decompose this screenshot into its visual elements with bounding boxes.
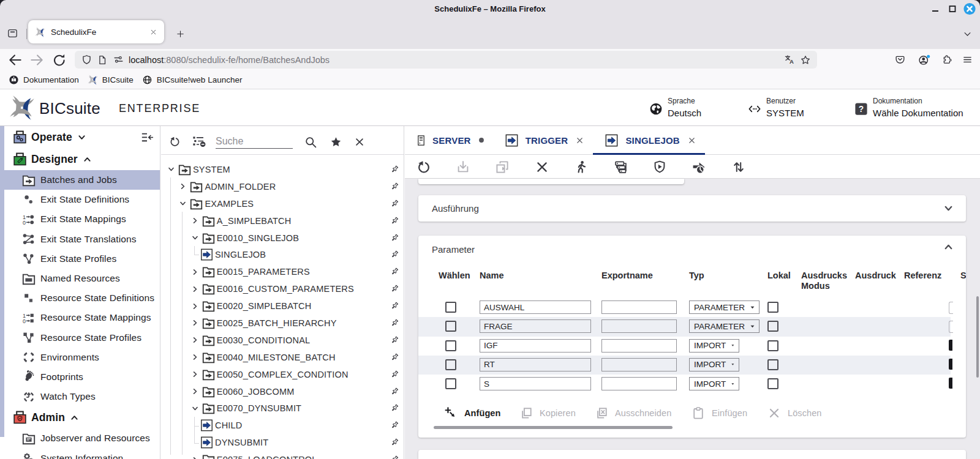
tree-node[interactable]: E0020_SIMPLEBATCH [161,297,404,315]
list-all-tabs-button[interactable] [959,26,975,42]
sidebar-collapse-icon[interactable] [140,132,154,144]
chevron-right-icon[interactable] [192,457,198,459]
typ-select[interactable]: IMPORT [689,377,739,390]
editor-tab-server[interactable]: SERVER [405,126,493,154]
name-input[interactable]: S [480,377,591,390]
account-icon[interactable] [916,52,932,68]
typ-select[interactable]: PARAMETER [689,300,760,314]
chevron-right-icon[interactable] [192,319,198,326]
new-tab-button[interactable] [172,26,188,42]
tracking-shield-icon[interactable] [78,52,94,68]
tab-close-icon[interactable] [146,24,160,39]
tree-node[interactable]: E0025_BATCH_HIERARCHY [161,315,404,332]
tab-close-icon[interactable] [575,136,584,145]
reload-button[interactable] [51,52,67,68]
favorites-star-icon[interactable] [330,136,342,148]
sidebar-item-resource-state-mappings[interactable]: 10Resource State Mappings [0,308,160,327]
pin-icon[interactable] [390,267,399,276]
lokal-checkbox[interactable] [767,321,778,332]
chevron-right-icon[interactable] [192,371,198,378]
chevron-right-icon[interactable] [192,303,198,310]
action-add-button[interactable]: Anfügen [444,403,501,423]
pin-icon[interactable] [390,370,399,379]
bookmark-item[interactable]: BICsuite [83,72,138,87]
chevron-right-icon[interactable] [179,183,186,190]
clear-icon[interactable] [354,136,365,147]
minimize-button[interactable] [930,0,941,18]
toolbar-hierarchy-icon[interactable] [608,159,633,175]
tab-close-icon[interactable] [687,136,696,145]
sidebar-item-environments[interactable]: Environments [0,348,160,367]
permissions-icon[interactable] [110,52,126,68]
sidebar-item-exit-state-definitions[interactable]: Exit State Definitions [0,190,160,209]
sidebar-item-exit-state-translations[interactable]: Exit State Translations [0,230,160,249]
chevron-down-icon[interactable] [943,204,954,213]
lokal-checkbox[interactable] [767,302,778,313]
action-delete-button[interactable]: Löschen [767,403,822,423]
tree-collapse-all-icon[interactable] [192,135,207,148]
action-copy-button[interactable]: Kopieren [519,403,576,423]
page-info-icon[interactable] [94,52,110,68]
url-bar[interactable]: localhost:8080/schedulix-fe/home/Batches… [75,51,817,69]
tree-node[interactable]: E0030_CONDITIONAL [161,332,404,349]
pin-icon[interactable] [390,182,399,191]
chevron-right-icon[interactable] [192,354,198,360]
exportname-input[interactable] [601,319,677,333]
name-input[interactable]: RT [480,358,591,371]
typ-select[interactable]: IMPORT [689,339,739,353]
name-input[interactable]: FRAGE [480,319,591,333]
lokal-checkbox[interactable] [767,340,778,351]
maximize-button[interactable] [947,0,958,18]
tree-node[interactable]: E0010_SINGLEJOB [161,230,404,247]
chevron-right-icon[interactable] [192,217,198,224]
sidebar-item-resource-state-definitions[interactable]: Resource State Definitions [0,288,160,308]
toolbar-close-icon[interactable] [530,159,554,175]
row-select-checkbox[interactable] [445,340,456,351]
editor-tab-trigger[interactable]: TRIGGER [493,126,594,154]
section-ausfuehrung[interactable]: Ausführung [418,195,966,222]
tree-node[interactable]: SYSTEM [161,161,404,178]
pocket-icon[interactable] [892,52,908,68]
pin-icon[interactable] [390,233,399,242]
documentation-selector[interactable]: ? DokumentationWähle Dokumentation [854,97,963,118]
firefox-view-icon[interactable] [7,26,18,40]
pin-icon[interactable] [390,250,399,259]
action-cut-button[interactable]: Ausschneiden [595,403,671,423]
chevron-right-icon[interactable] [192,337,198,343]
typ-select[interactable]: IMPORT [689,358,739,371]
sidebar-item-watch-types[interactable]: Watch Types [0,387,160,406]
pin-icon[interactable] [390,403,399,412]
name-input[interactable]: IGF [480,339,591,353]
sidebar-item-named-resources[interactable]: Named Resources [0,269,160,288]
pin-icon[interactable] [390,420,399,430]
tree-node[interactable]: E0016_CUSTOM_PARAMETERS [161,280,404,297]
tree-node[interactable]: E0040_MILESTONE_BATCH [161,349,404,366]
name-input[interactable]: AUSWAHL [480,300,591,314]
toolbar-submit-timer-icon[interactable] [687,159,711,175]
pin-icon[interactable] [390,301,399,310]
chevron-right-icon[interactable] [192,286,198,293]
lokal-checkbox[interactable] [767,378,778,389]
action-paste-button[interactable]: Einfügen [692,403,747,423]
back-button[interactable] [7,52,23,68]
tree-node[interactable]: EXAMPLES [161,195,404,212]
exportname-input[interactable] [601,358,677,371]
tree-node[interactable]: ADMIN_FOLDER [161,178,404,195]
exportname-input[interactable] [601,377,677,390]
pin-icon[interactable] [390,284,399,293]
user-info[interactable]: BenutzerSYSTEM [748,97,804,118]
toolbar-save-as-icon[interactable] [490,159,514,175]
url-text[interactable]: localhost:8080/schedulix-fe/home/Batches… [129,55,782,65]
sidebar-item-exit-state-mappings[interactable]: 10Exit State Mappings [0,209,160,229]
pin-icon[interactable] [390,387,399,396]
toolbar-save-icon[interactable] [451,159,475,175]
pin-icon[interactable] [390,318,399,327]
lokal-checkbox[interactable] [767,359,778,370]
tree-node[interactable]: E0060_JOBCOMM [161,383,404,400]
sidebar-item-batches-and-jobs[interactable]: Batches and Jobs [0,170,160,190]
toolbar-shield-run-icon[interactable] [647,159,672,175]
exportname-input[interactable] [601,339,677,353]
sidebar-item-jobserver-and-resources[interactable]: Jobserver and Resources [0,428,160,448]
pin-icon[interactable] [390,199,399,208]
pin-icon[interactable] [390,455,399,459]
